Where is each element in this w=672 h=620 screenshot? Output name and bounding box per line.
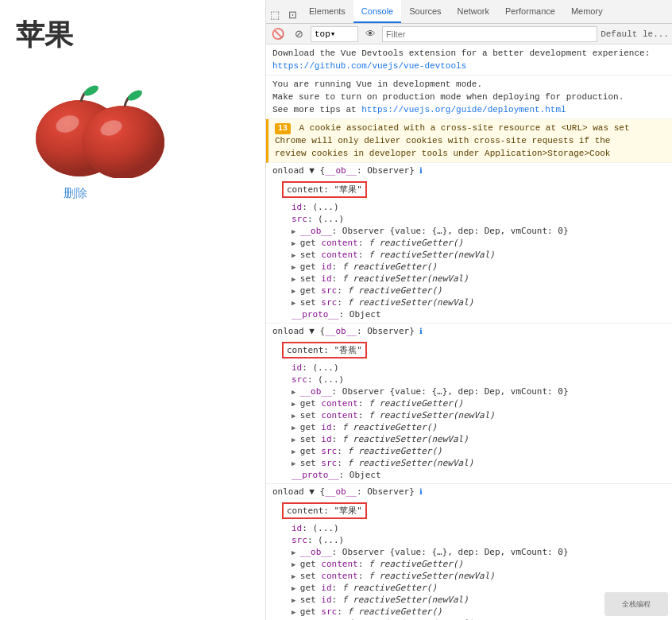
tab-network[interactable]: Network: [450, 0, 497, 23]
devtools-tabs: ⬚ ⊡ Elements Console Sources Network Per…: [266, 0, 672, 24]
console-output[interactable]: Download the Vue Devtools extension for …: [266, 45, 672, 620]
warning-badge: 13: [275, 123, 291, 134]
eye-icon-btn[interactable]: 👁: [361, 25, 379, 43]
devtools-device-btn[interactable]: ⊡: [284, 6, 301, 23]
watermark: 全栈编程: [604, 592, 668, 616]
tab-memory[interactable]: Memory: [563, 0, 611, 23]
apple-illustration: [16, 67, 175, 178]
onload-header-2: onload ▼ {__ob__: Observer} ℹ: [266, 324, 672, 339]
onload-body-2: content: "香蕉" id: (...) src: (...) __ob_…: [266, 340, 672, 483]
clear-console-btn[interactable]: 🚫: [269, 25, 287, 43]
app-panel: 苹果: [0, 0, 266, 620]
filter-input[interactable]: [382, 26, 597, 42]
tab-console[interactable]: Console: [353, 0, 401, 23]
console-message-devtools: Download the Vue Devtools extension for …: [266, 45, 672, 76]
highlighted-content-2: content: "香蕉": [282, 340, 666, 360]
onload-header-1: onload ▼ {__ob__: Observer} ℹ: [266, 163, 672, 178]
onload-body-1: content: "苹果" id: (...) src: (...) __ob_…: [266, 180, 672, 323]
devtools-panel: ⬚ ⊡ Elements Console Sources Network Per…: [266, 0, 672, 620]
console-filter-btn[interactable]: ⊘: [290, 25, 307, 43]
tab-performance[interactable]: Performance: [497, 0, 563, 23]
apple-image: [16, 67, 175, 178]
highlighted-content-3: content: "苹果": [282, 501, 666, 521]
tab-sources[interactable]: Sources: [401, 0, 449, 23]
delete-link[interactable]: 删除: [64, 186, 87, 201]
svg-point-3: [83, 83, 100, 99]
devtools-link[interactable]: https://github.com/vuejs/vue-devtools: [272, 61, 466, 71]
onload-block-2: onload ▼ {__ob__: Observer} ℹ content: "…: [266, 324, 672, 484]
onload-header-3: onload ▼ {__ob__: Observer} ℹ: [266, 484, 672, 499]
deployment-link[interactable]: https://vuejs.org/guide/deployment.html: [361, 105, 566, 114]
devtools-inspect-btn[interactable]: ⬚: [266, 6, 284, 23]
app-title: 苹果: [16, 16, 73, 55]
svg-point-5: [82, 106, 164, 178]
console-message-devmode: You are running Vue in development mode.…: [266, 76, 672, 119]
tab-elements[interactable]: Elements: [301, 0, 353, 23]
chevron-down-icon: ▾: [330, 29, 336, 39]
svg-point-7: [126, 88, 144, 103]
highlighted-content-1: content: "苹果": [282, 180, 666, 200]
console-message-warning: 13 A cookie associated with a cross-site…: [266, 119, 672, 163]
context-selector[interactable]: top ▾: [311, 26, 358, 42]
onload-block-1: onload ▼ {__ob__: Observer} ℹ content: "…: [266, 163, 672, 324]
console-toolbar: 🚫 ⊘ top ▾ 👁 Default le...: [266, 24, 672, 45]
default-levels-label: Default le...: [601, 29, 669, 39]
